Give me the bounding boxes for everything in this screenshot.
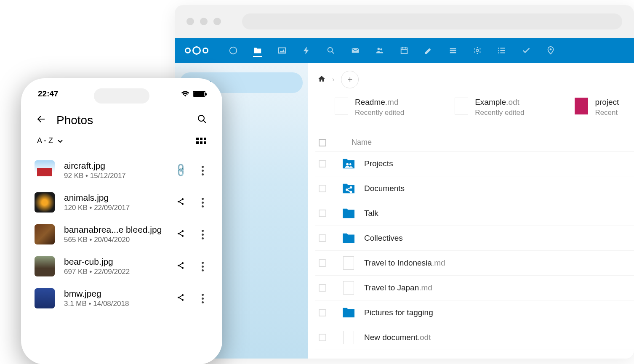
- row-checkbox[interactable]: [319, 259, 326, 267]
- row-checkbox[interactable]: [319, 284, 326, 292]
- phone-toolbar: A - Z: [31, 136, 212, 154]
- file-name: bananabrea...e bleed.jpg: [64, 225, 165, 235]
- calendar-icon[interactable]: [400, 46, 409, 55]
- svg-point-31: [182, 230, 184, 232]
- file-row[interactable]: bear-cub.jpg 697 KB • 22/09/2022: [31, 250, 212, 282]
- row-checkbox[interactable]: [319, 309, 326, 316]
- tasks-icon[interactable]: [522, 46, 531, 55]
- file-name: aircraft.jpg: [64, 161, 165, 171]
- phone-frame: 22:47 Photos A - Z aircraft.jpg 92 KB • …: [21, 78, 222, 364]
- folder-users-icon: [341, 157, 356, 170]
- wifi-icon: [181, 91, 189, 97]
- breadcrumb: › +: [315, 71, 634, 88]
- column-name[interactable]: Name: [352, 138, 372, 147]
- svg-point-13: [479, 51, 481, 53]
- svg-point-5: [380, 48, 382, 50]
- menu-button[interactable]: [202, 294, 204, 303]
- menu-button[interactable]: [202, 198, 204, 207]
- row-checkbox[interactable]: [319, 185, 326, 192]
- recent-name: project: [595, 98, 619, 107]
- recent-item[interactable]: Readme.md Recently edited: [335, 98, 404, 117]
- row-name: Collectives: [364, 234, 403, 243]
- row-name: Travel to Indonesia.md: [364, 258, 445, 268]
- row-name: Documents: [364, 184, 405, 193]
- row-checkbox[interactable]: [319, 160, 326, 167]
- sort-button[interactable]: A - Z: [37, 136, 63, 145]
- search-button[interactable]: [197, 114, 207, 127]
- file-name: animals.jpg: [64, 193, 165, 203]
- svg-point-38: [182, 299, 184, 301]
- svg-point-15: [474, 51, 475, 53]
- files-icon[interactable]: [253, 48, 262, 57]
- back-button[interactable]: [36, 114, 46, 127]
- recent-name: Example.odt: [475, 98, 524, 107]
- share-icon[interactable]: [176, 197, 185, 207]
- row-checkbox[interactable]: [319, 234, 326, 242]
- dashboard-icon[interactable]: [229, 46, 238, 55]
- table-row[interactable]: New document.odt: [315, 325, 634, 350]
- deck-icon[interactable]: [448, 46, 458, 55]
- svg-point-10: [476, 49, 479, 52]
- row-name: Projects: [364, 159, 393, 168]
- svg-point-35: [182, 267, 184, 269]
- battery-icon: [193, 91, 205, 97]
- folder-share-icon: [341, 182, 356, 195]
- recent-item[interactable]: project Recent: [575, 98, 619, 117]
- maps-icon[interactable]: [546, 46, 555, 55]
- file-thumb: [35, 224, 55, 244]
- svg-point-29: [182, 203, 184, 205]
- share-icon[interactable]: [176, 261, 185, 271]
- url-bar[interactable]: [242, 13, 622, 29]
- recent-item[interactable]: Example.odt Recently edited: [455, 98, 524, 117]
- row-checkbox[interactable]: [319, 334, 326, 341]
- list-icon[interactable]: [497, 46, 506, 55]
- table-row[interactable]: Travel to Japan.md: [315, 276, 634, 300]
- menu-button[interactable]: [202, 230, 204, 239]
- notes-icon[interactable]: [424, 46, 433, 55]
- file-row[interactable]: bmw.jpeg 3.1 MB • 14/08/2018: [31, 282, 212, 314]
- grid-view-button[interactable]: [196, 138, 206, 144]
- file-meta: 120 KB • 22/09/2017: [64, 204, 165, 212]
- recent-files: Readme.md Recently edited Example.odt Re…: [315, 98, 634, 117]
- recent-name: Readme.md: [355, 98, 404, 107]
- contacts-icon[interactable]: [375, 46, 384, 55]
- svg-point-18: [498, 50, 499, 51]
- traffic-light-maximize[interactable]: [213, 18, 221, 25]
- share-icon[interactable]: [176, 229, 185, 239]
- traffic-light-close[interactable]: [186, 18, 194, 25]
- table-row[interactable]: Travel to Indonesia.md: [315, 251, 634, 276]
- mail-icon[interactable]: [351, 46, 360, 55]
- activity-icon[interactable]: [302, 46, 311, 55]
- add-button[interactable]: +: [341, 71, 359, 88]
- table-row[interactable]: Talk: [315, 201, 634, 226]
- svg-point-16: [474, 48, 475, 50]
- doc-icon: [341, 331, 356, 344]
- link-icon[interactable]: 🔗: [173, 162, 188, 178]
- file-row[interactable]: bananabrea...e bleed.jpg 565 KB • 20/04/…: [31, 218, 212, 250]
- menu-button[interactable]: [202, 166, 204, 175]
- menu-button[interactable]: [202, 262, 204, 271]
- recent-thumb: [335, 98, 348, 114]
- file-row[interactable]: aircraft.jpg 92 KB • 15/12/2017 🔗: [31, 154, 212, 186]
- search-icon[interactable]: [326, 46, 336, 55]
- status-time: 22:47: [38, 89, 59, 98]
- table-row[interactable]: Documents: [315, 176, 634, 201]
- nextcloud-logo[interactable]: [185, 46, 208, 55]
- traffic-light-minimize[interactable]: [200, 18, 208, 25]
- row-checkbox[interactable]: [319, 210, 326, 217]
- collectives-icon[interactable]: [473, 46, 482, 55]
- share-icon[interactable]: [176, 293, 185, 303]
- file-thumb: [35, 192, 55, 213]
- phone-title: Photos: [56, 114, 93, 127]
- file-row[interactable]: animals.jpg 120 KB • 22/09/2017: [31, 186, 212, 218]
- file-meta: 697 KB • 22/09/2022: [64, 268, 165, 276]
- home-icon[interactable]: [318, 75, 325, 85]
- table-row[interactable]: Collectives: [315, 226, 634, 251]
- svg-point-11: [477, 47, 478, 48]
- select-all-checkbox[interactable]: [319, 139, 326, 146]
- recent-thumb: [575, 98, 588, 114]
- file-thumb: [35, 160, 55, 181]
- table-row[interactable]: Projects: [315, 151, 634, 176]
- photos-icon[interactable]: [277, 46, 287, 55]
- table-row[interactable]: Pictures for tagging: [315, 300, 634, 325]
